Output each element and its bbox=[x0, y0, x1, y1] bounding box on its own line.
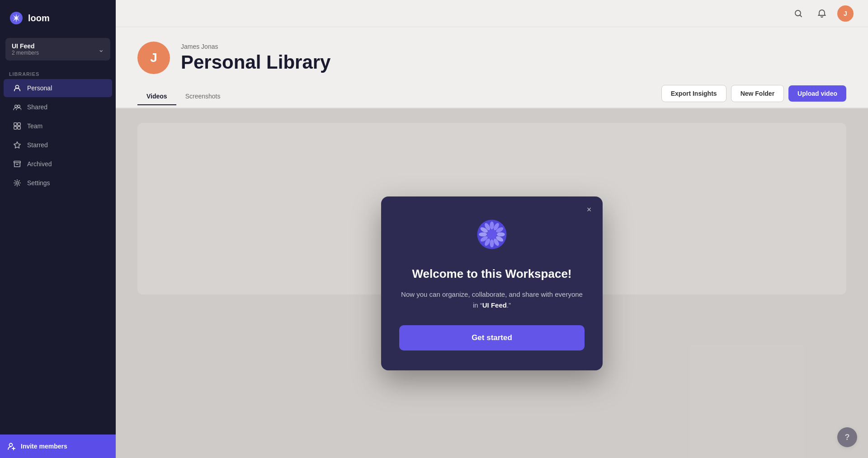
settings-label: Settings bbox=[27, 179, 50, 187]
get-started-button[interactable]: Get started bbox=[399, 325, 585, 351]
team-icon bbox=[13, 122, 22, 131]
modal-description: Now you can organize, collaborate, and s… bbox=[399, 289, 585, 311]
svg-rect-8 bbox=[14, 161, 20, 163]
modal-workspace-name: UI Feed bbox=[482, 301, 507, 309]
libraries-label: Libraries bbox=[0, 68, 116, 79]
svg-point-2 bbox=[15, 105, 17, 107]
main-content: J J James Jonas Personal Library Videos … bbox=[116, 0, 868, 458]
content-area: Your library is private and secure. Only… bbox=[116, 108, 868, 458]
welcome-modal: × bbox=[381, 196, 603, 370]
tab-screenshots[interactable]: Screenshots bbox=[176, 88, 230, 105]
modal-title: Welcome to this Workspace! bbox=[412, 267, 571, 281]
invite-members-button[interactable]: Invite members bbox=[0, 435, 116, 458]
svg-point-10 bbox=[9, 444, 13, 447]
loom-flower-icon bbox=[476, 218, 508, 251]
archive-icon bbox=[13, 159, 22, 168]
svg-point-3 bbox=[18, 105, 20, 107]
svg-rect-7 bbox=[18, 126, 20, 129]
user-avatar-small[interactable]: J bbox=[837, 5, 854, 22]
personal-icon bbox=[13, 84, 22, 93]
logo-text: loom bbox=[28, 13, 50, 23]
modal-close-button[interactable]: × bbox=[583, 204, 595, 216]
modal-icon bbox=[476, 218, 508, 252]
tab-videos[interactable]: Videos bbox=[137, 88, 176, 105]
star-icon bbox=[13, 140, 22, 150]
workspace-name: UI Feed bbox=[12, 42, 39, 50]
modal-overlay: × bbox=[116, 108, 868, 458]
archived-label: Archived bbox=[27, 160, 52, 168]
page-header: J James Jonas Personal Library bbox=[116, 27, 868, 74]
chevron-down-icon: ⌄ bbox=[98, 45, 104, 54]
loom-logo-icon bbox=[9, 11, 24, 25]
sidebar-item-team[interactable]: Team bbox=[4, 117, 112, 135]
sidebar-item-settings[interactable]: Settings bbox=[4, 174, 112, 192]
svg-point-26 bbox=[487, 229, 497, 239]
notifications-button[interactable] bbox=[814, 5, 830, 22]
svg-rect-4 bbox=[14, 123, 17, 126]
new-folder-button[interactable]: New Folder bbox=[731, 85, 784, 102]
search-button[interactable] bbox=[790, 5, 807, 22]
export-insights-button[interactable]: Export Insights bbox=[661, 85, 726, 102]
settings-icon bbox=[13, 178, 22, 187]
upload-video-button[interactable]: Upload video bbox=[788, 85, 846, 102]
personal-label: Personal bbox=[27, 84, 52, 92]
team-label: Team bbox=[27, 122, 42, 130]
starred-label: Starred bbox=[27, 141, 48, 149]
invite-icon bbox=[7, 442, 16, 451]
svg-point-20 bbox=[490, 239, 494, 247]
tabs-row: Videos Screenshots Export Insights New F… bbox=[116, 74, 868, 108]
sidebar-item-shared[interactable]: Shared bbox=[4, 98, 112, 116]
logo-area[interactable]: loom bbox=[0, 0, 116, 36]
svg-rect-6 bbox=[14, 126, 17, 129]
page-title: Personal Library bbox=[181, 52, 330, 73]
user-avatar-large: J bbox=[137, 42, 170, 74]
user-name: James Jonas bbox=[181, 43, 330, 50]
shared-label: Shared bbox=[27, 103, 47, 111]
sidebar-item-starred[interactable]: Starred bbox=[4, 136, 112, 154]
sidebar-item-personal[interactable]: Personal bbox=[4, 79, 112, 97]
sidebar-item-archived[interactable]: Archived bbox=[4, 155, 112, 173]
svg-rect-5 bbox=[18, 123, 20, 126]
svg-point-9 bbox=[16, 182, 18, 184]
shared-icon bbox=[13, 103, 22, 112]
top-bar: J bbox=[116, 0, 868, 27]
svg-point-23 bbox=[479, 232, 487, 236]
sidebar: loom UI Feed 2 members ⌄ Libraries Perso… bbox=[0, 0, 116, 458]
svg-point-14 bbox=[490, 221, 494, 229]
svg-point-17 bbox=[497, 232, 505, 236]
workspace-selector[interactable]: UI Feed 2 members ⌄ bbox=[5, 38, 110, 61]
invite-label: Invite members bbox=[21, 443, 67, 450]
workspace-members: 2 members bbox=[12, 50, 39, 56]
